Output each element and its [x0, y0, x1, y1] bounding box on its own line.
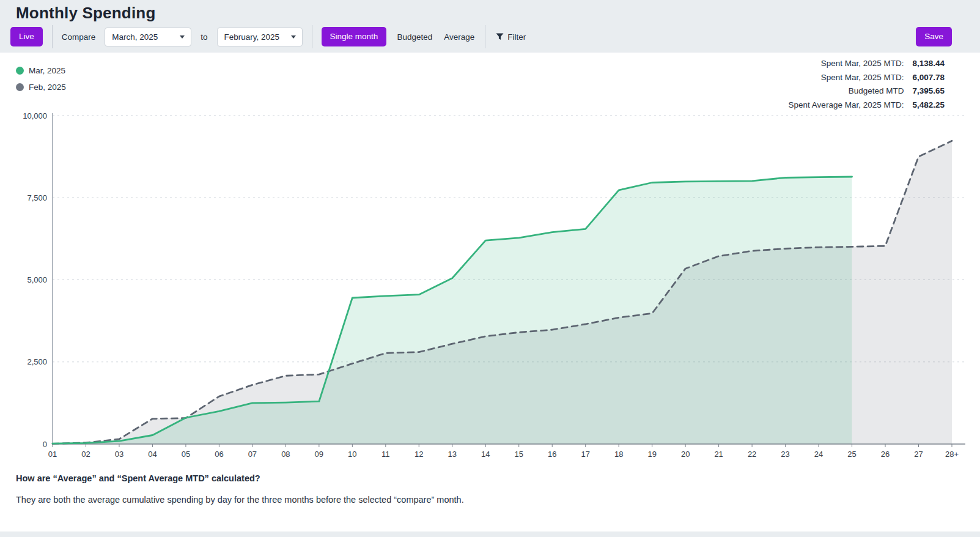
x-axis-tick-label: 26	[881, 450, 890, 459]
x-axis-tick-label: 11	[381, 450, 390, 459]
stat-value: 6,007.78	[912, 73, 945, 82]
compare-to-value: February, 2025	[224, 32, 280, 42]
stat-label: Spent Mar, 2025 MTD:	[821, 59, 904, 68]
x-axis-tick-label: 18	[614, 450, 623, 459]
page-title: Monthly Spending	[0, 0, 980, 23]
x-axis-tick-label: 17	[581, 450, 589, 459]
save-button[interactable]: Save	[916, 27, 952, 46]
x-axis-tick-label: 16	[548, 450, 556, 459]
x-axis-tick-label: 22	[748, 450, 756, 459]
explainer-question: How are “Average” and “Spent Average MTD…	[16, 473, 872, 483]
chart-legend: Mar, 2025Feb, 2025	[16, 66, 66, 99]
mar-area-fill	[53, 177, 852, 444]
budgeted-button[interactable]: Budgeted	[396, 29, 433, 45]
y-axis-tick-label: 7,500	[27, 193, 47, 202]
to-label: to	[201, 32, 207, 42]
explainer-answer: They are both the average cumulative spe…	[16, 495, 872, 505]
compare-to-select[interactable]: February, 2025	[217, 28, 303, 46]
filter-button[interactable]: Filter	[495, 29, 527, 45]
legend-swatch	[16, 83, 24, 91]
x-axis-tick-label: 10	[348, 450, 356, 459]
single-month-button[interactable]: Single month	[322, 27, 387, 46]
toolbar-divider	[312, 25, 312, 48]
x-axis-tick-label: 13	[448, 450, 457, 459]
x-axis-tick-label: 12	[414, 450, 423, 459]
legend-label: Feb, 2025	[29, 83, 66, 92]
spending-chart[interactable]: 02,5005,0007,50010,000010203040506070809…	[12, 111, 968, 465]
compare-from-value: March, 2025	[112, 32, 158, 42]
chevron-down-icon	[291, 35, 296, 39]
x-axis-tick-label: 01	[48, 450, 57, 459]
legend-swatch	[16, 67, 24, 75]
legend-item[interactable]: Mar, 2025	[16, 66, 66, 75]
explainer: How are “Average” and “Spent Average MTD…	[16, 473, 872, 505]
x-axis-tick-label: 14	[481, 450, 490, 459]
x-axis-tick-label: 21	[714, 450, 723, 459]
toolbar: Live Compare March, 2025 to February, 20…	[0, 23, 980, 51]
y-axis-tick-label: 10,000	[23, 111, 47, 120]
stat-value: 7,395.65	[912, 86, 945, 95]
x-axis-tick-label: 05	[182, 450, 190, 459]
chevron-down-icon	[180, 35, 185, 39]
funnel-filter-icon	[496, 33, 504, 40]
stat-label: Budgeted MTD	[849, 86, 904, 95]
chart-card: Mar, 2025Feb, 2025 Spent Mar, 2025 MTD:8…	[0, 53, 980, 531]
y-axis-tick-label: 0	[43, 440, 47, 449]
average-button[interactable]: Average	[443, 29, 476, 45]
x-axis-tick-label: 09	[315, 450, 323, 459]
stat-value: 8,138.44	[912, 59, 945, 68]
legend-item[interactable]: Feb, 2025	[16, 83, 66, 92]
x-axis-tick-label: 28+	[945, 450, 959, 459]
x-axis-tick-label: 07	[248, 450, 257, 459]
compare-label: Compare	[62, 32, 96, 42]
legend-label: Mar, 2025	[29, 66, 65, 75]
toolbar-divider	[52, 25, 53, 48]
x-axis-tick-label: 24	[814, 450, 823, 459]
x-axis-tick-label: 03	[115, 450, 123, 459]
x-axis-tick-label: 06	[215, 450, 223, 459]
x-axis-tick-label: 02	[81, 450, 90, 459]
chart-svg: 02,5005,0007,50010,000010203040506070809…	[12, 111, 968, 465]
mtd-stats-panel: Spent Mar, 2025 MTD:8,138.44Spent Mar, 2…	[789, 59, 945, 109]
compare-from-select[interactable]: March, 2025	[105, 28, 191, 46]
stat-label: Spent Average Mar, 2025 MTD:	[789, 100, 904, 109]
x-axis-tick-label: 27	[914, 450, 923, 459]
stat-label: Spent Mar, 2025 MTD:	[821, 73, 904, 82]
stat-value: 5,482.25	[912, 100, 945, 109]
y-axis-tick-label: 5,000	[27, 275, 47, 284]
x-axis-tick-label: 25	[847, 450, 856, 459]
filter-label: Filter	[507, 32, 526, 42]
x-axis-tick-label: 19	[647, 450, 656, 459]
live-button[interactable]: Live	[10, 27, 43, 46]
x-axis-tick-label: 08	[281, 450, 290, 459]
x-axis-tick-label: 20	[681, 450, 690, 459]
x-axis-tick-label: 23	[781, 450, 789, 459]
x-axis-tick-label: 15	[515, 450, 523, 459]
y-axis-tick-label: 2,500	[27, 357, 47, 366]
x-axis-tick-label: 04	[148, 450, 157, 459]
toolbar-divider	[485, 25, 485, 48]
